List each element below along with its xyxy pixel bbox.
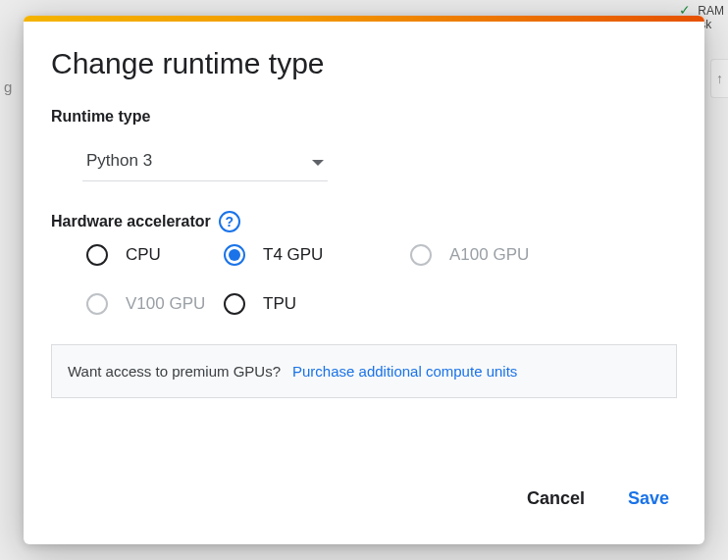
ram-label: RAM xyxy=(698,4,724,18)
radio-tpu[interactable]: TPU xyxy=(224,293,410,315)
dialog-body: Change runtime type Runtime type Python … xyxy=(24,22,704,463)
cancel-button[interactable]: Cancel xyxy=(523,481,589,517)
radio-label: V100 GPU xyxy=(126,294,205,314)
radio-icon xyxy=(224,244,245,266)
radio-t4-gpu[interactable]: T4 GPU xyxy=(224,244,410,266)
help-icon[interactable]: ? xyxy=(219,211,240,232)
notice-text: Want access to premium GPUs? xyxy=(68,363,281,380)
runtime-type-label: Runtime type xyxy=(51,108,677,126)
sidebar-toggle-icon: ↑ xyxy=(710,59,728,98)
runtime-dialog: Change runtime type Runtime type Python … xyxy=(24,16,704,544)
radio-label: T4 GPU xyxy=(263,245,323,265)
accelerator-radio-group: CPU T4 GPU A100 GPU V100 GPU TPU xyxy=(86,244,677,315)
radio-v100-gpu: V100 GPU xyxy=(86,293,224,315)
premium-gpu-notice: Want access to premium GPUs? Purchase ad… xyxy=(51,344,677,398)
radio-label: TPU xyxy=(263,294,296,314)
chevron-down-icon xyxy=(312,152,324,170)
radio-icon xyxy=(86,244,108,266)
radio-icon xyxy=(224,293,245,315)
runtime-type-value: Python 3 xyxy=(86,151,152,171)
radio-icon xyxy=(410,244,432,266)
accelerator-section-label: Hardware accelerator ? xyxy=(51,211,677,232)
accelerator-label-text: Hardware accelerator xyxy=(51,213,211,230)
radio-cpu[interactable]: CPU xyxy=(86,244,224,266)
save-button[interactable]: Save xyxy=(624,481,673,517)
radio-icon xyxy=(86,293,108,315)
radio-label: CPU xyxy=(126,245,161,265)
bg-text: g xyxy=(4,78,12,95)
radio-a100-gpu: A100 GPU xyxy=(410,244,606,266)
dialog-footer: Cancel Save xyxy=(24,463,704,544)
radio-label: A100 GPU xyxy=(449,245,529,265)
runtime-type-select[interactable]: Python 3 xyxy=(82,141,328,181)
purchase-units-link[interactable]: Purchase additional compute units xyxy=(292,363,517,380)
dialog-title: Change runtime type xyxy=(51,47,677,80)
